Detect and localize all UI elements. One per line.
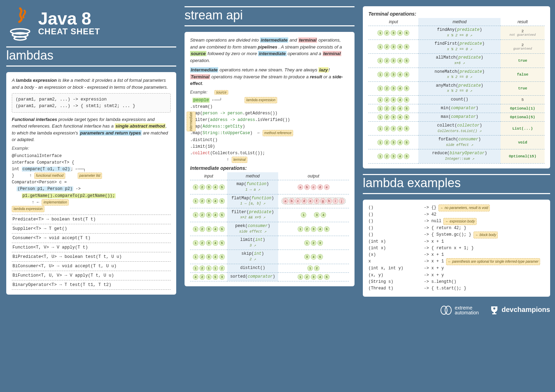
stream-example-label: Example: [190, 90, 207, 95]
table-row: 12345collect(collector)Collectors.toList… [368, 121, 545, 135]
panel-stream: Stream operations are divided into inter… [185, 32, 355, 286]
table-row: 12345anyMatch(predicate)x % 2 == 0 ↗true [368, 81, 545, 95]
annot-method-ref: method reference [263, 130, 293, 136]
functional-interface-item: BiPredicate<T, U> → boolean test(T t, U … [12, 252, 171, 262]
page-grid: Java 8 CHEAT SHEET lambdas A lambda expr… [6, 6, 549, 315]
functional-interface-item: Function<T, V> → V apply(T t) [12, 243, 171, 252]
lambda-example-row: x-> x + 1← parenthesis are optional for … [368, 258, 545, 265]
terminal-ops-table: input method result 12345findAny(predica… [368, 18, 545, 164]
column-lambdas: Java 8 CHEAT SHEET lambdas A lambda expr… [6, 6, 176, 315]
table-row: 12345max(comparator)Optional(5) [368, 113, 545, 121]
table-row: 12345skip(int)2 ↗345 [190, 250, 349, 264]
lambda-syntax-code: (param1, param2, ...) -> expression (par… [12, 93, 171, 113]
lambda-example-row: ()-> { return 42; } [368, 225, 545, 232]
panel-lambdas: A lambda expression is like a method: it… [6, 72, 176, 295]
section-head-lambdas: lambdas [6, 46, 176, 67]
table-row: 12345findAny(predicate)x % 2 == 0 ↗2not … [368, 26, 545, 40]
annot-functional-method: functional method [34, 173, 65, 179]
extreme-automation-logo: extremeautomation [441, 305, 479, 315]
lambda-example-row: (String s)-> s.length() [368, 279, 545, 285]
column-stream: stream api Stream operations are divided… [185, 6, 355, 315]
terminal-ops-head: Terminal operations: [368, 11, 545, 17]
table-row: 42153sorted(comparator)12345 [190, 272, 349, 281]
annot-lambda-expression: lambda expression [12, 206, 44, 212]
column-right: Terminal operations: input method result… [363, 6, 550, 315]
example-label: Example: [12, 146, 171, 151]
panel-lambda-examples: ()-> {}← no parameters, result is void()… [363, 200, 550, 297]
svg-point-4 [445, 306, 451, 314]
lambda-example-row: (int x, int y)-> x + y [368, 265, 545, 272]
table-row: 12345min(comparator)Optional(1) [368, 104, 545, 113]
functional-interface-item: BinaryOperator<T> → T test(T t1, T t2) [12, 280, 171, 290]
table-row: 12345allMatch(predicate)x≠6 ↗true [368, 54, 545, 68]
table-row: 12345filter(predicate)x≠2 && x≠5 ↗134 [190, 208, 349, 222]
functional-interface-item: Supplier<T> → T get() [12, 224, 171, 234]
lambda-example-row: ()-> { System.gc(); }← block body [368, 232, 545, 238]
annot-lambda-expr: lambda expression [245, 97, 277, 103]
annot-implementation: implementation [42, 199, 69, 206]
lambda-example-row: (x)-> x + 1 [368, 252, 545, 258]
stream-example-code: people ←──┘ lambda expression .stream() … [190, 97, 349, 164]
page-subtitle: CHEAT SHEET [38, 27, 100, 36]
svg-point-5 [493, 307, 495, 310]
stream-intro-1: Stream operations are divided into inter… [190, 37, 349, 64]
annot-parameter-list: parameter list [78, 173, 102, 179]
functional-interface-item: BiFunction<T, U, V> → V apply(T t, U u) [12, 271, 171, 280]
table-row: 12345forEach(consumer)side effect ↗void [368, 136, 545, 149]
lambda-example-row: (Thread t)-> { t.start(); } [368, 285, 545, 292]
lambda-example-row: ()-> 42 [368, 211, 545, 218]
table-row: 12345map(function)1 → a ↗abcde [190, 180, 349, 194]
functional-interfaces-text: Functional interfaces provide target typ… [12, 116, 171, 143]
table-row: 12345count()5 [368, 95, 545, 104]
svg-point-2 [14, 37, 26, 40]
stream-intro-2: Intermediate operations return a new str… [190, 67, 349, 87]
header-title-block: Java 8 CHEAT SHEET [6, 6, 176, 41]
page-title: Java 8 [38, 11, 100, 27]
lambdas-intro: A lambda expression is like a method: it… [12, 77, 171, 90]
intermediate-ops-table: input method output 12345map(function)1 … [190, 172, 349, 281]
lambda-example-row: (int x)-> x + 1 [368, 238, 545, 245]
intermediate-ops-head: Intermediate operations: [190, 165, 349, 171]
table-row: 12345noneMatch(predicate)x % 2 == 0 ↗fal… [368, 68, 545, 81]
devchampions-logo: devchampions [489, 305, 550, 315]
lambda-example-row: ()-> {}← no parameters, result is void [368, 204, 545, 211]
panel-terminal: Terminal operations: input method result… [363, 6, 550, 168]
functional-interface-item: Consumer<T> → void accept(T t) [12, 234, 171, 243]
functional-interface-item: Predicate<T> → boolean test(T t) [12, 215, 171, 224]
footer-logos: extremeautomation devchampions [363, 305, 550, 315]
table-row: 12112distinct()12 [190, 264, 349, 272]
section-head-stream: stream api [185, 6, 355, 26]
table-row: 12345findFirst(predicate)x % 2 == 0 ↗2gu… [368, 40, 545, 54]
functional-interface-example: @FunctionalInterface interface Comparato… [12, 153, 171, 213]
annot-intermediate: intermediate [187, 112, 196, 131]
java-logo-icon [6, 6, 34, 41]
lambda-example-row: ()-> null← expression body [368, 218, 545, 225]
table-row: 12345peek(consumer)side effect ↗12345 [190, 222, 349, 236]
lambda-example-row: (x, y)-> x + y [368, 272, 545, 279]
lambda-example-row: (int x)-> { return x + 1; } [368, 245, 545, 252]
table-row: 12345reduce(binaryOperator)Integer::sum … [368, 149, 545, 163]
table-row: 12345limit(int)3 ↗123 [190, 236, 349, 250]
annot-source: source [214, 90, 228, 95]
annot-terminal: terminal [232, 157, 248, 163]
functional-interface-list: Predicate<T> → boolean test(T t)Supplier… [12, 215, 171, 290]
functional-interface-item: BiConsumer<T, U> → void accept(T t, U u) [12, 262, 171, 271]
table-row: 12345flatMap(function)1 → [a, b] ↗abcdef… [190, 194, 349, 208]
section-head-lambda-examples: lambda examples [363, 174, 550, 194]
